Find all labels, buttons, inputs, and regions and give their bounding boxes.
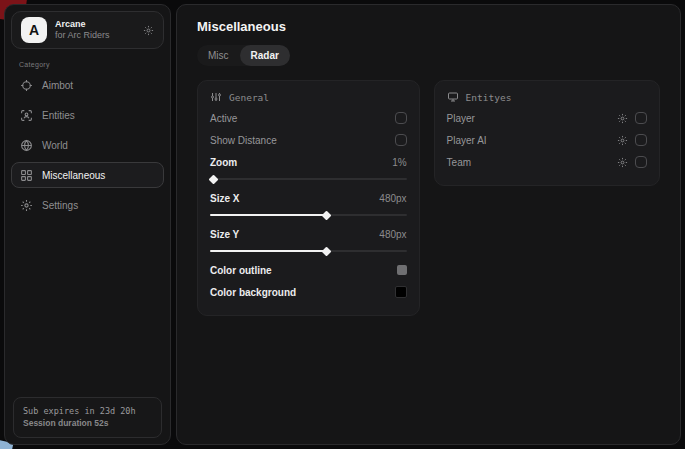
player-ai-row: Player AI	[447, 129, 647, 151]
zoom-slider[interactable]	[210, 174, 407, 184]
gear-icon	[20, 199, 33, 212]
size-x-row: Size X 480px	[210, 187, 407, 209]
sidebar-nav: Aimbot Entities World Miscellaneous Sett…	[5, 72, 170, 218]
sidebar-item-miscellaneous[interactable]: Miscellaneous	[11, 162, 164, 188]
entities-scan-icon	[20, 109, 33, 122]
size-y-value: 480px	[379, 229, 406, 240]
active-label: Active	[210, 113, 237, 124]
slider-thumb[interactable]	[322, 210, 332, 220]
tab-radar[interactable]: Radar	[240, 45, 290, 66]
sidebar-item-label: Entities	[42, 110, 75, 121]
general-card: General Active Show Distance Zoom 1%	[197, 80, 420, 316]
zoom-label: Zoom	[210, 157, 237, 168]
sidebar-item-aimbot[interactable]: Aimbot	[11, 72, 164, 98]
team-label: Team	[447, 157, 471, 168]
team-row: Team	[447, 151, 647, 173]
size-x-label: Size X	[210, 193, 239, 204]
globe-icon	[20, 139, 33, 152]
card-title: General	[229, 92, 269, 103]
avatar: A	[21, 17, 47, 43]
sub-expires-text: Sub expires in 23d 20h	[23, 405, 152, 418]
app-subtitle: for Arc Riders	[55, 30, 135, 41]
active-row: Active	[210, 107, 407, 129]
category-label: Category	[19, 61, 170, 68]
color-background-swatch[interactable]	[395, 286, 407, 298]
sidebar-item-world[interactable]: World	[11, 132, 164, 158]
sidebar-item-entities[interactable]: Entities	[11, 102, 164, 128]
active-checkbox[interactable]	[395, 112, 407, 124]
player-ai-checkbox[interactable]	[635, 134, 647, 146]
sidebar-item-label: Aimbot	[42, 80, 73, 91]
gear-icon[interactable]	[617, 113, 628, 124]
gear-icon[interactable]	[143, 25, 154, 36]
color-background-row: Color background	[210, 281, 407, 303]
size-y-label: Size Y	[210, 229, 239, 240]
main-panel: Miscellaneous Misc Radar General Active	[176, 4, 681, 445]
size-x-value: 480px	[379, 193, 406, 204]
tab-misc[interactable]: Misc	[197, 45, 240, 66]
crosshair-icon	[20, 79, 33, 92]
profile-card[interactable]: A Arcane for Arc Riders	[11, 11, 164, 49]
monitor-icon	[447, 91, 459, 103]
player-row: Player	[447, 107, 647, 129]
gear-icon[interactable]	[617, 135, 628, 146]
sidebar-item-label: Settings	[42, 200, 78, 211]
session-duration-text: Session duration 52s	[23, 417, 152, 430]
color-outline-row: Color outline	[210, 259, 407, 281]
show-distance-checkbox[interactable]	[395, 134, 407, 146]
color-outline-swatch[interactable]	[397, 265, 407, 275]
sidebar: A Arcane for Arc Riders Category Aimbot …	[4, 4, 171, 445]
zoom-value: 1%	[392, 157, 406, 168]
card-title: Entityes	[466, 92, 512, 103]
player-ai-label: Player AI	[447, 135, 487, 146]
zoom-row: Zoom 1%	[210, 151, 407, 173]
tab-bar: Misc Radar	[197, 45, 290, 66]
player-checkbox[interactable]	[635, 112, 647, 124]
app-title: Arcane	[55, 19, 135, 30]
sidebar-item-settings[interactable]: Settings	[11, 192, 164, 218]
show-distance-label: Show Distance	[210, 135, 277, 146]
sidebar-item-label: Miscellaneous	[42, 170, 105, 181]
color-background-label: Color background	[210, 287, 296, 298]
team-checkbox[interactable]	[635, 156, 647, 168]
gear-icon[interactable]	[617, 157, 628, 168]
color-outline-label: Color outline	[210, 265, 272, 276]
slider-thumb[interactable]	[209, 174, 219, 184]
grid-icon	[20, 169, 33, 182]
page-title: Miscellaneous	[197, 19, 660, 34]
size-y-row: Size Y 480px	[210, 223, 407, 245]
size-x-slider[interactable]	[210, 210, 407, 220]
sidebar-item-label: World	[42, 140, 68, 151]
entities-card: Entityes Player Player AI	[434, 80, 660, 186]
show-distance-row: Show Distance	[210, 129, 407, 151]
slider-thumb[interactable]	[322, 246, 332, 256]
player-label: Player	[447, 113, 475, 124]
subscription-info: Sub expires in 23d 20h Session duration …	[13, 397, 162, 439]
sliders-icon	[210, 91, 222, 103]
size-y-slider[interactable]	[210, 246, 407, 256]
